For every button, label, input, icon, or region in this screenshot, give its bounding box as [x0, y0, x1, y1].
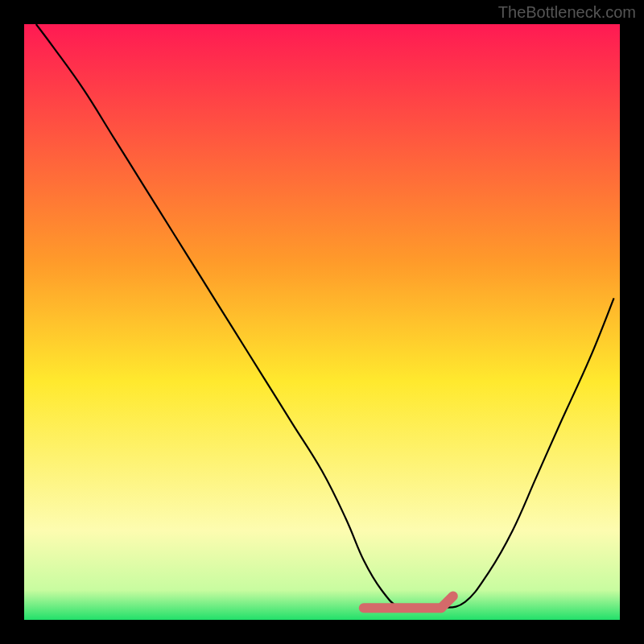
- watermark-text: TheBottleneck.com: [498, 3, 636, 22]
- gradient-background: [24, 24, 620, 620]
- bottleneck-chart: [24, 24, 620, 620]
